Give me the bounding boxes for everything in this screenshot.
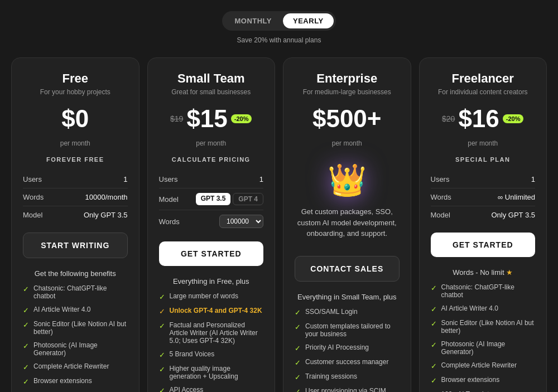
enterprise-visual: 👑 Get custom packages, SSO, custom AI mo… xyxy=(295,156,400,256)
freelancer-price-area: $20 $16 -20% xyxy=(431,105,536,133)
ent-benefit-4: ✓Customer success manager xyxy=(295,358,400,367)
free-benefit-2: ✓AI Article Writer 4.0 xyxy=(23,306,128,314)
fl-benefit-6: ✓Browser extensions xyxy=(431,376,536,385)
free-benefit-4: ✓Photosonic (AI Image Generator) xyxy=(23,341,128,357)
free-benefit-3: ✓Sonic Editor (Like Notion AI but better… xyxy=(23,320,128,336)
free-price: $0 xyxy=(61,105,89,133)
benefit-text: Sonic Editor (Like Notion AI but better) xyxy=(33,320,128,336)
check-icon: ✓ xyxy=(431,284,437,292)
check-icon: ✓ xyxy=(431,376,437,385)
benefit-text: SSO/SAML Login xyxy=(305,308,358,316)
words-label: Words xyxy=(159,217,180,226)
free-benefit-6: ✓Browser extensions xyxy=(23,377,128,386)
check-icon: ✓ xyxy=(159,365,165,374)
free-plan-subtitle: For your hobby projects xyxy=(23,88,128,96)
small-team-period: per month xyxy=(159,139,264,147)
enterprise-cta-button[interactable]: CONTACT SALES xyxy=(295,256,400,282)
check-icon: ✓ xyxy=(159,293,165,301)
enterprise-price-area: $500+ xyxy=(295,105,400,133)
yearly-toggle[interactable]: YEARLY xyxy=(283,13,334,28)
st-benefit-1: ✓Large number of words xyxy=(159,292,264,301)
enterprise-desc: Get custom packages, SSO, custom AI mode… xyxy=(295,206,400,239)
benefit-text: Chatsonic: ChatGPT-like chatbot xyxy=(441,283,536,299)
free-model-row: Model Only GPT 3.5 xyxy=(23,206,128,224)
plan-small-team: Small Team Great for small businesses $1… xyxy=(147,57,276,392)
small-team-price-area: $19 $15 -20% xyxy=(159,105,264,133)
free-cta-button[interactable]: START WRITING xyxy=(23,233,128,258)
small-team-label: CALCULATE PRICING xyxy=(159,156,264,163)
freelancer-original-price: $20 xyxy=(442,114,455,123)
free-users-label: Users xyxy=(23,175,42,183)
words-select[interactable]: 100000 200000 500000 xyxy=(219,215,263,228)
benefit-text: Browser extensions xyxy=(33,377,92,385)
check-icon: ✓ xyxy=(295,308,301,317)
enterprise-period: per month xyxy=(295,139,400,147)
st-benefit-2: ✓Unlock GPT-4 and GPT-4 32K xyxy=(159,307,264,316)
users-label: Users xyxy=(431,175,450,183)
fl-benefit-4: ✓Photosonic (AI Image Generator) xyxy=(431,340,536,356)
check-icon: ✓ xyxy=(23,321,29,329)
check-icon: ✓ xyxy=(23,285,29,293)
users-value: 1 xyxy=(259,175,263,183)
freelancer-badge: -20% xyxy=(503,114,524,123)
model-label: Model xyxy=(159,195,179,204)
check-icon: ✓ xyxy=(159,322,165,330)
freelancer-cta-button[interactable]: GET STARTED xyxy=(431,233,536,257)
free-model-value: Only GPT 3.5 xyxy=(84,211,128,219)
check-icon: ✓ xyxy=(159,307,165,316)
users-value: 1 xyxy=(531,175,535,183)
freelancer-subtitle: For individual content creators xyxy=(431,88,536,96)
small-team-model-row: Model GPT 3.5 GPT 4 xyxy=(159,188,264,210)
check-icon: ✓ xyxy=(295,388,301,393)
small-team-badge: -20% xyxy=(231,114,252,123)
check-icon: ✓ xyxy=(23,342,29,350)
benefit-text: AI Article Writer 4.0 xyxy=(33,306,90,313)
plan-freelancer: Freelancer For individual content creato… xyxy=(419,57,547,392)
check-icon: ✓ xyxy=(23,378,29,386)
small-team-original-price: $19 xyxy=(170,114,183,123)
check-icon: ✓ xyxy=(295,344,301,352)
freelancer-plan-label: SPECIAL PLAN xyxy=(431,156,536,163)
benefit-text: Complete Article Rewriter xyxy=(33,362,109,370)
plan-free: Free For your hobby projects $0 per mont… xyxy=(11,57,140,392)
free-plan-name: Free xyxy=(23,71,128,86)
check-icon: ✓ xyxy=(159,351,165,359)
small-team-cta-button[interactable]: GET STARTED xyxy=(159,241,264,266)
benefit-text: API Access xyxy=(170,386,204,392)
ent-benefit-5: ✓Training sessions xyxy=(295,372,400,381)
freelancer-model-row: Model Only GPT 3.5 xyxy=(431,206,536,224)
benefit-text: Photosonic (AI Image Generator) xyxy=(441,340,536,356)
benefit-text: Training sessions xyxy=(305,372,357,380)
ent-benefit-3: ✓Priority AI Processing xyxy=(295,343,400,352)
st-benefit-6: ✓API Access xyxy=(159,386,264,392)
benefit-text: User provisioning via SCIM (Coming soon) xyxy=(305,387,400,393)
free-users-value: 1 xyxy=(123,175,127,183)
freelancer-benefits-title: Words - No limit ★ xyxy=(431,268,536,277)
benefit-text: Custom templates tailored to your busine… xyxy=(305,322,400,338)
gpt4-tab[interactable]: GPT 4 xyxy=(233,193,263,205)
free-price-period: per month xyxy=(23,139,128,147)
freelancer-users-row: Users 1 xyxy=(431,171,536,188)
free-users-row: Users 1 xyxy=(23,171,128,188)
words-value: ∞ Unlimited xyxy=(498,193,535,201)
gpt35-tab[interactable]: GPT 3.5 xyxy=(196,193,231,205)
free-benefit-5: ✓Complete Article Rewriter xyxy=(23,362,128,371)
check-icon: ✓ xyxy=(23,363,29,371)
ent-benefit-2: ✓Custom templates tailored to your busin… xyxy=(295,322,400,338)
benefit-text: Chatsonic: ChatGPT-like chatbot xyxy=(33,284,128,300)
benefit-text: Sonic Editor (Like Notion AI but better) xyxy=(441,319,536,335)
benefit-text: Customer success manager xyxy=(305,358,388,366)
fl-benefit-3: ✓Sonic Editor (Like Notion AI but better… xyxy=(431,319,536,335)
free-words-value: 10000/month xyxy=(85,193,128,201)
crown-emoji: 👑 xyxy=(328,162,367,199)
billing-toggle[interactable]: MONTHLY YEARLY xyxy=(222,11,335,31)
fl-benefit-2: ✓AI Article Writer 4.0 xyxy=(431,304,536,313)
small-team-subtitle: Great for small businesses xyxy=(159,88,264,96)
check-icon: ✓ xyxy=(295,373,301,381)
freelancer-period: per month xyxy=(431,139,536,147)
small-team-users-row: Users 1 xyxy=(159,171,264,188)
words-label: Words xyxy=(431,193,451,201)
monthly-toggle[interactable]: MONTHLY xyxy=(224,13,282,28)
enterprise-name: Enterprise xyxy=(295,71,400,86)
fl-benefit-1: ✓Chatsonic: ChatGPT-like chatbot xyxy=(431,283,536,299)
